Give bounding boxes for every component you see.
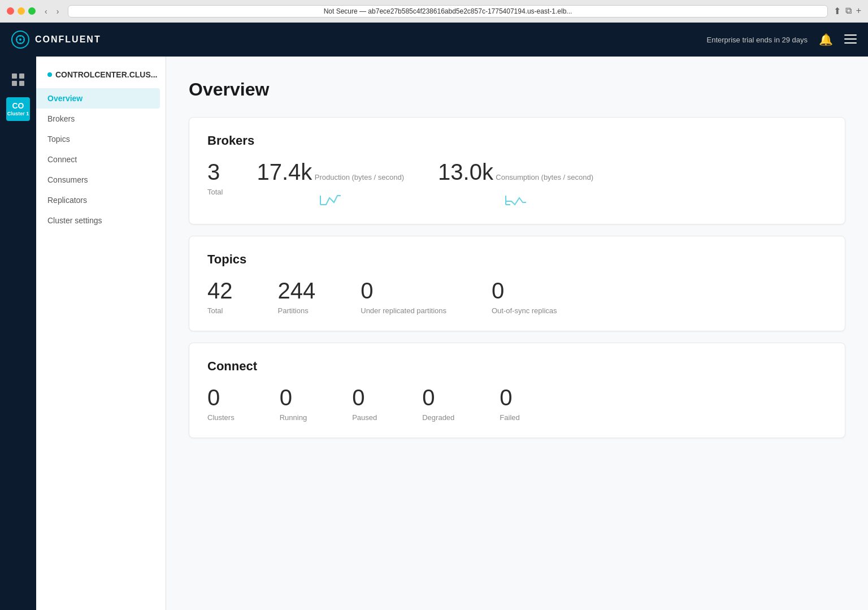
brokers-card: Brokers 3 Total 17.4k Production (bytes … bbox=[189, 117, 845, 224]
connect-clusters-stat: 0 Clusters bbox=[207, 385, 235, 422]
svg-rect-12 bbox=[19, 81, 24, 86]
nav-item-topics[interactable]: Topics bbox=[36, 129, 160, 149]
connect-paused-value: 0 bbox=[352, 385, 377, 410]
trial-text: Enterprise trial ends in 29 days bbox=[707, 36, 808, 44]
header-left: CONFLUENT bbox=[11, 31, 101, 49]
content-area: Overview Brokers 3 Total 17.4k Productio… bbox=[166, 57, 868, 610]
brokers-total-stat: 3 Total bbox=[207, 159, 223, 196]
topics-total-label: Total bbox=[207, 306, 233, 315]
topics-outofsync-value: 0 bbox=[492, 278, 557, 303]
svg-rect-9 bbox=[12, 73, 17, 79]
topics-total-value: 42 bbox=[207, 278, 233, 303]
connect-degraded-value: 0 bbox=[422, 385, 454, 410]
connect-running-stat: 0 Running bbox=[280, 385, 307, 422]
connect-failed-value: 0 bbox=[500, 385, 519, 410]
connect-running-label: Running bbox=[280, 413, 307, 422]
connect-card: Connect 0 Clusters 0 Running 0 Paused bbox=[189, 343, 845, 438]
connect-running-value: 0 bbox=[280, 385, 307, 410]
brokers-card-title: Brokers bbox=[207, 133, 827, 148]
minimize-button[interactable] bbox=[18, 7, 25, 15]
address-bar[interactable]: Not Secure — ab7ece27b585c4f238616abd5e2… bbox=[68, 5, 827, 18]
brokers-consumption-label: Consumption (bytes / second) bbox=[496, 173, 593, 181]
svg-rect-8 bbox=[844, 42, 857, 44]
brokers-total-value: 3 bbox=[207, 159, 223, 184]
svg-rect-6 bbox=[844, 34, 857, 36]
consumption-chart-icon bbox=[505, 192, 527, 208]
hamburger-menu-icon[interactable] bbox=[844, 33, 857, 46]
cluster-badge-initials: CO bbox=[12, 101, 24, 111]
logo-icon bbox=[11, 31, 29, 49]
share-icon[interactable]: ⬆ bbox=[834, 6, 841, 16]
topics-stats: 42 Total 244 Partitions 0 Under replicat… bbox=[207, 278, 827, 315]
brokers-total-label: Total bbox=[207, 188, 223, 196]
connect-failed-stat: 0 Failed bbox=[500, 385, 519, 422]
nav-item-overview[interactable]: Overview bbox=[36, 88, 160, 109]
connect-card-title: Connect bbox=[207, 359, 827, 374]
bell-icon[interactable]: 🔔 bbox=[819, 33, 833, 46]
nav-item-connect[interactable]: Connect bbox=[36, 149, 160, 170]
connect-paused-label: Paused bbox=[352, 413, 377, 422]
logo-text: CONFLUENT bbox=[35, 34, 101, 45]
app-container: CONFLUENT Enterprise trial ends in 29 da… bbox=[0, 23, 868, 610]
topics-outofsync-stat: 0 Out-of-sync replicas bbox=[492, 278, 557, 315]
cluster-status-dot bbox=[47, 72, 52, 77]
main-container: CO Cluster 1 CONTROLCENTER.CLUS... Overv… bbox=[0, 57, 868, 610]
brokers-production-stat: 17.4k Production (bytes / second) bbox=[257, 159, 404, 208]
connect-degraded-stat: 0 Degraded bbox=[422, 385, 454, 422]
cluster-badge-name: Cluster 1 bbox=[7, 111, 29, 117]
svg-rect-7 bbox=[844, 38, 857, 40]
connect-stats: 0 Clusters 0 Running 0 Paused 0 Degraded bbox=[207, 385, 827, 422]
topics-total-stat: 42 Total bbox=[207, 278, 233, 315]
brokers-production-value: 17.4k bbox=[257, 159, 312, 184]
header-right: Enterprise trial ends in 29 days 🔔 bbox=[707, 33, 857, 46]
topics-outofsync-label: Out-of-sync replicas bbox=[492, 306, 557, 315]
brokers-consumption-value: 13.0k bbox=[438, 159, 493, 184]
connect-failed-label: Failed bbox=[500, 413, 519, 422]
duplicate-icon[interactable]: ⧉ bbox=[845, 6, 852, 16]
connect-clusters-label: Clusters bbox=[207, 413, 235, 422]
close-button[interactable] bbox=[7, 7, 14, 15]
traffic-lights bbox=[7, 7, 36, 15]
browser-chrome: ‹ › Not Secure — ab7ece27b585c4f238616ab… bbox=[0, 0, 868, 23]
svg-rect-11 bbox=[12, 81, 17, 86]
svg-point-1 bbox=[19, 38, 21, 41]
brokers-production-label: Production (bytes / second) bbox=[315, 173, 404, 181]
nav-item-replicators[interactable]: Replicators bbox=[36, 190, 160, 210]
connect-clusters-value: 0 bbox=[207, 385, 235, 410]
nav-item-consumers[interactable]: Consumers bbox=[36, 170, 160, 190]
svg-rect-10 bbox=[19, 73, 24, 79]
cluster-name: CONTROLCENTER.CLUS... bbox=[36, 66, 166, 88]
nav-item-brokers[interactable]: Brokers bbox=[36, 109, 160, 129]
topics-card: Topics 42 Total 244 Partitions 0 Under r… bbox=[189, 236, 845, 331]
app-header: CONFLUENT Enterprise trial ends in 29 da… bbox=[0, 23, 868, 57]
nav-item-cluster-settings[interactable]: Cluster settings bbox=[36, 210, 160, 231]
connect-paused-stat: 0 Paused bbox=[352, 385, 377, 422]
topics-partitions-label: Partitions bbox=[278, 306, 316, 315]
forward-button[interactable]: › bbox=[53, 6, 63, 17]
cluster-badge[interactable]: CO Cluster 1 bbox=[6, 97, 30, 121]
icon-sidebar: CO Cluster 1 bbox=[0, 57, 36, 610]
brokers-production-value-group: 17.4k Production (bytes / second) bbox=[257, 159, 404, 184]
brokers-stats: 3 Total 17.4k Production (bytes / second… bbox=[207, 159, 827, 208]
brokers-consumption-value-group: 13.0k Consumption (bytes / second) bbox=[438, 159, 593, 184]
topics-underreplicated-value: 0 bbox=[361, 278, 446, 303]
topics-card-title: Topics bbox=[207, 252, 827, 267]
nav-sidebar: CONTROLCENTER.CLUS... Overview Brokers T… bbox=[36, 57, 166, 610]
topics-underreplicated-stat: 0 Under replicated partitions bbox=[361, 278, 446, 315]
browser-actions: ⬆ ⧉ + bbox=[834, 6, 861, 16]
production-chart-icon bbox=[319, 192, 342, 208]
topics-partitions-value: 244 bbox=[278, 278, 316, 303]
new-tab-icon[interactable]: + bbox=[856, 6, 861, 16]
browser-nav: ‹ › bbox=[41, 6, 62, 17]
topics-underreplicated-label: Under replicated partitions bbox=[361, 306, 446, 315]
connect-degraded-label: Degraded bbox=[422, 413, 454, 422]
page-title: Overview bbox=[189, 79, 845, 100]
maximize-button[interactable] bbox=[28, 7, 36, 15]
back-button[interactable]: ‹ bbox=[41, 6, 51, 17]
brokers-consumption-stat: 13.0k Consumption (bytes / second) bbox=[438, 159, 593, 208]
topics-partitions-stat: 244 Partitions bbox=[278, 278, 316, 315]
grid-icon[interactable] bbox=[6, 68, 30, 92]
